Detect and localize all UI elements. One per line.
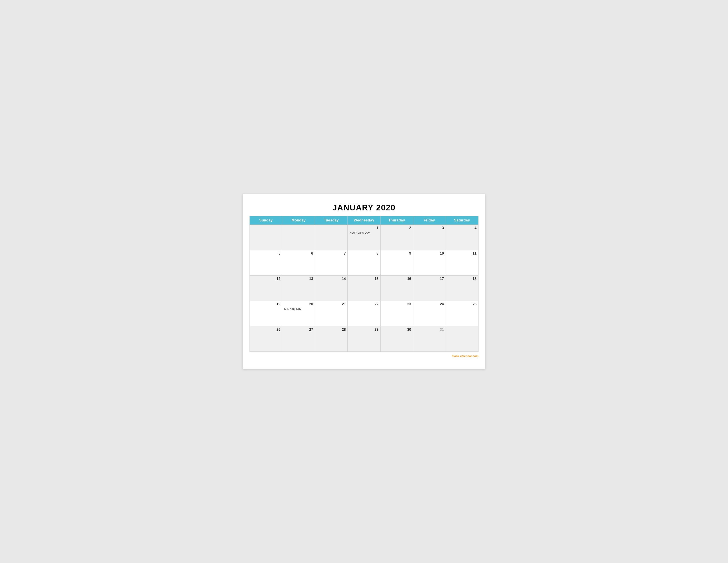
calendar-cell: 21 (315, 301, 348, 326)
day-number: 6 (284, 251, 313, 255)
day-number: 10 (415, 251, 444, 255)
calendar-cell: 18 (446, 275, 478, 301)
calendar-cell: 3 (413, 224, 446, 250)
calendar-cell: 24 (413, 301, 446, 326)
day-number: 8 (349, 251, 378, 255)
calendar-cell: 16 (380, 275, 413, 301)
day-number: 1 (349, 226, 378, 230)
day-number: 25 (448, 302, 477, 306)
calendar-page: JANUARY 2020 SundayMondayTuesdayWednesda… (243, 194, 485, 369)
day-number: 4 (448, 226, 477, 230)
calendar-cell (315, 224, 348, 250)
day-header-monday: Monday (282, 216, 315, 224)
calendar-cell: 8 (348, 250, 380, 275)
calendar-cell (282, 224, 315, 250)
day-number: 14 (317, 277, 346, 281)
calendar-cell: 6 (282, 250, 315, 275)
day-number: 2 (382, 226, 411, 230)
calendar-cell: 25 (446, 301, 478, 326)
day-number: 22 (349, 302, 378, 306)
day-number: 30 (382, 328, 411, 332)
calendar-cell: 15 (348, 275, 380, 301)
calendar-cell: 17 (413, 275, 446, 301)
calendar-cell: 19 (250, 301, 282, 326)
calendar-cell: 7 (315, 250, 348, 275)
day-number: 7 (317, 251, 346, 255)
week-row-2: 567891011 (250, 250, 478, 275)
day-header-wednesday: Wednesday (348, 216, 380, 224)
day-number: 19 (251, 302, 280, 306)
day-number: 16 (382, 277, 411, 281)
day-number: 27 (284, 328, 313, 332)
calendar-cell (446, 326, 478, 352)
calendar-cell: 1New Year's Day (348, 224, 380, 250)
calendar-cell: 26 (250, 326, 282, 352)
day-header-thursday: Thursday (380, 216, 413, 224)
day-number: 24 (415, 302, 444, 306)
day-number: 23 (382, 302, 411, 306)
footer-link: blank-calendar.com (452, 354, 478, 358)
week-row-1: 1New Year's Day234 (250, 224, 478, 250)
event-label: M L King Day (284, 307, 313, 311)
day-header-friday: Friday (413, 216, 446, 224)
day-number: 21 (317, 302, 346, 306)
calendar-title: JANUARY 2020 (250, 201, 478, 216)
day-number: 18 (448, 277, 477, 281)
day-number: 11 (448, 251, 477, 255)
days-header-row: SundayMondayTuesdayWednesdayThursdayFrid… (250, 216, 478, 224)
day-number: 5 (251, 251, 280, 255)
calendar-table: SundayMondayTuesdayWednesdayThursdayFrid… (250, 216, 478, 352)
event-label: New Year's Day (349, 231, 378, 234)
day-number: 28 (317, 328, 346, 332)
day-number: 13 (284, 277, 313, 281)
calendar-cell: 31 (413, 326, 446, 352)
calendar-cell: 29 (348, 326, 380, 352)
day-number: 17 (415, 277, 444, 281)
calendar-cell: 2 (380, 224, 413, 250)
week-row-5: 262728293031 (250, 326, 478, 352)
day-header-saturday: Saturday (446, 216, 478, 224)
day-header-tuesday: Tuesday (315, 216, 348, 224)
day-number: 20 (284, 302, 313, 306)
calendar-cell: 27 (282, 326, 315, 352)
calendar-cell: 30 (380, 326, 413, 352)
day-header-sunday: Sunday (250, 216, 282, 224)
day-number: 29 (349, 328, 378, 332)
calendar-cell: 4 (446, 224, 478, 250)
day-number: 26 (251, 328, 280, 332)
day-number: 31 (415, 328, 444, 332)
calendar-cell: 9 (380, 250, 413, 275)
calendar-cell: 12 (250, 275, 282, 301)
footer: blank-calendar.com (250, 354, 478, 358)
week-row-4: 1920M L King Day2122232425 (250, 301, 478, 326)
calendar-cell: 22 (348, 301, 380, 326)
calendar-cell: 13 (282, 275, 315, 301)
day-number: 3 (415, 226, 444, 230)
week-row-3: 12131415161718 (250, 275, 478, 301)
calendar-cell: 28 (315, 326, 348, 352)
calendar-cell (250, 224, 282, 250)
calendar-cell: 23 (380, 301, 413, 326)
calendar-cell: 11 (446, 250, 478, 275)
day-number: 12 (251, 277, 280, 281)
calendar-cell: 5 (250, 250, 282, 275)
calendar-cell: 10 (413, 250, 446, 275)
day-number: 9 (382, 251, 411, 255)
day-number: 15 (349, 277, 378, 281)
calendar-cell: 14 (315, 275, 348, 301)
calendar-cell: 20M L King Day (282, 301, 315, 326)
